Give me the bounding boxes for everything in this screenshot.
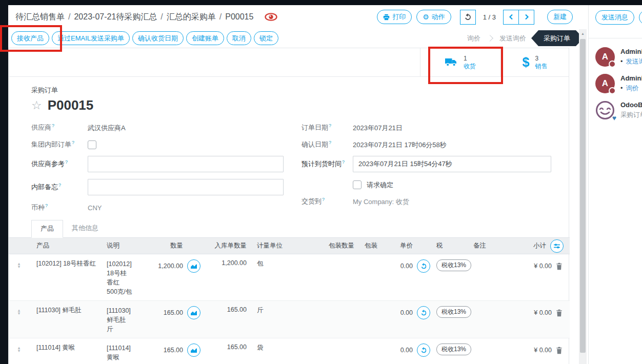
- cell-package[interactable]: [357, 254, 388, 301]
- drag-handle-icon[interactable]: ▴▾: [12, 343, 26, 352]
- cell-product[interactable]: [102012] 18号桂香红: [29, 254, 104, 301]
- col-subtotal[interactable]: 小计: [502, 238, 570, 254]
- tax-badge[interactable]: 税收13%: [436, 259, 471, 271]
- log-note-button[interactable]: 记录备注: [639, 10, 642, 25]
- vertical-scrollbar[interactable]: ▲: [579, 29, 587, 364]
- forecast-chart-icon[interactable]: [187, 259, 200, 273]
- cell-quantity[interactable]: 165.00: [164, 309, 183, 316]
- breadcrumb-item[interactable]: 汇总的采购单: [167, 12, 216, 23]
- help-icon[interactable]: ?: [65, 159, 68, 165]
- cell-description[interactable]: [111030]鲜毛肚 斤: [104, 301, 152, 338]
- cell-description[interactable]: [102012]18号桂 香红500克/包: [104, 254, 152, 301]
- cell-note[interactable]: [470, 338, 502, 364]
- status-step-rfq[interactable]: 询价: [467, 34, 480, 43]
- order-date-value[interactable]: 2023年07月21日: [353, 124, 403, 133]
- cell-package-qty[interactable]: [288, 338, 357, 364]
- cell-unit-price[interactable]: 0.00: [400, 347, 413, 354]
- send-by-email-button[interactable]: 通过EMAIL发送采购单: [52, 31, 130, 45]
- help-icon[interactable]: ?: [45, 203, 48, 208]
- table-row[interactable]: ▴▾ [111014] 黄喉 [111014]黄喉 165.00 165.00 …: [9, 338, 570, 364]
- forecast-chart-icon[interactable]: [187, 343, 200, 357]
- print-button[interactable]: 打印: [377, 10, 412, 24]
- cell-product[interactable]: [111014] 黄喉: [29, 338, 104, 364]
- create-bill-button[interactable]: 创建账单: [186, 31, 224, 45]
- cell-quantity[interactable]: 165.00: [164, 347, 183, 354]
- chatter-message[interactable]: ♥ OdooBot 采购订单: [595, 100, 642, 120]
- receipt-stat-button[interactable]: 1 收货: [420, 48, 500, 76]
- col-description[interactable]: 说明: [104, 238, 152, 254]
- table-row[interactable]: ▴▾ [102012] 18号桂香红 [102012]18号桂 香红500克/包…: [9, 254, 570, 301]
- internal-note-input[interactable]: [88, 179, 284, 195]
- status-step-purchase-order-active[interactable]: 采购订单: [531, 30, 579, 46]
- help-icon[interactable]: ?: [329, 140, 331, 145]
- cell-uom[interactable]: 包: [250, 254, 288, 301]
- lock-button[interactable]: 锁定: [254, 31, 278, 45]
- help-icon[interactable]: ?: [342, 159, 345, 165]
- col-tax[interactable]: 税: [433, 238, 470, 254]
- status-step-rfq-sent[interactable]: 发送询价: [499, 34, 526, 43]
- confirm-receipt-date-button[interactable]: 确认收货日期: [132, 31, 184, 45]
- col-product[interactable]: 产品: [29, 238, 104, 254]
- deliver-to-value[interactable]: My Company: 收货: [353, 197, 409, 207]
- cell-unit-price[interactable]: 0.00: [400, 309, 413, 316]
- col-uom[interactable]: 计量单位: [250, 238, 288, 254]
- prev-page-button[interactable]: [503, 10, 519, 25]
- price-history-icon[interactable]: [417, 306, 430, 319]
- cell-product[interactable]: [111030] 鲜毛肚: [29, 301, 104, 338]
- scroll-up-arrow-icon[interactable]: ▲: [579, 29, 587, 37]
- eye-icon[interactable]: [265, 13, 277, 21]
- vendor-value[interactable]: 武汉供应商A: [88, 124, 126, 133]
- tab-other-info[interactable]: 其他信息: [63, 220, 107, 237]
- cell-unit-price[interactable]: 0.00: [400, 262, 413, 270]
- col-note[interactable]: 备注: [470, 238, 502, 254]
- price-history-icon[interactable]: [417, 343, 430, 357]
- col-unit-price[interactable]: 单价: [388, 238, 433, 254]
- cell-package[interactable]: [357, 338, 388, 364]
- create-button[interactable]: 新建: [547, 10, 573, 24]
- receive-products-button[interactable]: 接收产品: [11, 31, 49, 45]
- breadcrumb-item[interactable]: 待汇总销售单: [15, 12, 65, 23]
- cell-package[interactable]: [357, 301, 388, 338]
- cancel-button[interactable]: 取消: [227, 31, 251, 45]
- forecast-chart-icon[interactable]: [187, 306, 200, 319]
- cell-package-qty[interactable]: [288, 301, 357, 338]
- help-icon[interactable]: ?: [52, 123, 54, 128]
- favorite-star-icon[interactable]: ☆: [31, 99, 42, 111]
- message-author[interactable]: Administrator: [620, 74, 642, 84]
- message-author[interactable]: Administrator: [620, 47, 642, 57]
- delete-row-icon[interactable]: [556, 262, 563, 270]
- optional-columns-icon[interactable]: [550, 239, 564, 253]
- refresh-button[interactable]: [460, 10, 476, 25]
- breadcrumb-item[interactable]: 2023-07-21待采购汇总: [74, 12, 157, 23]
- delete-row-icon[interactable]: [556, 347, 563, 354]
- cell-package-qty[interactable]: [288, 254, 357, 301]
- action-button[interactable]: ⚙ 动作: [416, 10, 451, 24]
- intercompany-checkbox[interactable]: [88, 140, 96, 149]
- cell-uom[interactable]: 斤: [250, 301, 288, 338]
- vendor-ref-input[interactable]: [88, 156, 284, 172]
- help-icon[interactable]: ?: [322, 197, 325, 202]
- chatter-message[interactable]: A Administrator •询价: [595, 74, 642, 93]
- col-package[interactable]: 包装: [357, 238, 388, 254]
- delete-row-icon[interactable]: [556, 309, 563, 317]
- col-quantity[interactable]: 数量: [152, 238, 204, 254]
- col-package-qty[interactable]: 包装数量: [288, 238, 357, 254]
- cell-description[interactable]: [111014]黄喉: [104, 338, 152, 364]
- cell-note[interactable]: [470, 254, 502, 301]
- drag-handle-icon[interactable]: ▴▾: [12, 259, 26, 268]
- cell-uom[interactable]: 袋: [250, 338, 288, 364]
- sales-stat-button[interactable]: $ 3 销售: [500, 48, 569, 76]
- cell-quantity[interactable]: 1,200.00: [158, 262, 183, 270]
- chatter-message[interactable]: A Administrator •发送询价: [595, 47, 642, 67]
- currency-value[interactable]: CNY: [88, 204, 102, 212]
- scrollbar-thumb[interactable]: [580, 39, 586, 353]
- help-icon[interactable]: ?: [329, 123, 331, 128]
- expected-arrival-input[interactable]: [353, 156, 551, 172]
- tax-badge[interactable]: 税收13%: [436, 343, 471, 355]
- help-icon[interactable]: ?: [72, 140, 74, 145]
- send-message-button[interactable]: 发送消息: [595, 10, 634, 25]
- cell-note[interactable]: [470, 301, 502, 338]
- table-row[interactable]: ▴▾ [111030] 鲜毛肚 [111030]鲜毛肚 斤 165.00 165…: [9, 301, 570, 338]
- message-author[interactable]: OdooBot: [620, 100, 642, 110]
- price-history-icon[interactable]: [417, 259, 430, 273]
